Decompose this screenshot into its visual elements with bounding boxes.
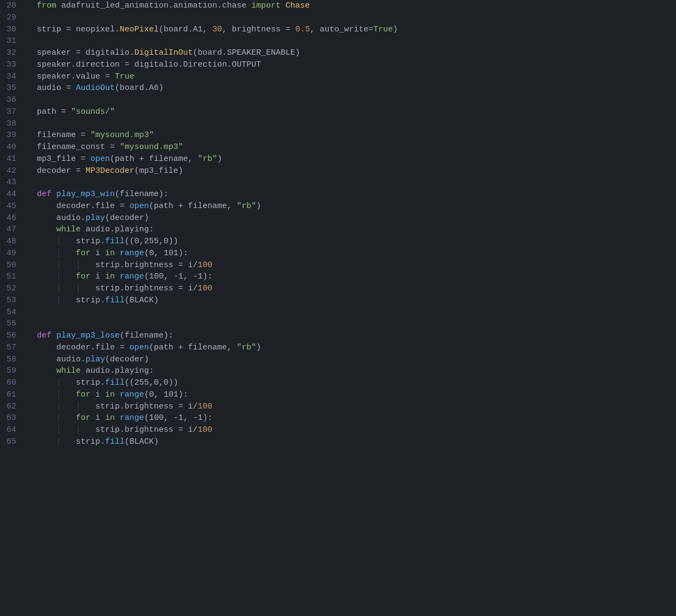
code-line	[37, 177, 676, 189]
code-line	[37, 307, 676, 319]
code-line: while audio.playing:	[37, 224, 676, 236]
line-number: 43	[0, 177, 21, 189]
line-number: 31	[0, 35, 21, 47]
code-editor: 2829303132333435363738394041424344454647…	[0, 0, 676, 448]
code-line: │ │ strip.brightness = i/100	[37, 260, 676, 271]
code-line: │ for i in range(100, -1, -1):	[37, 412, 676, 424]
line-number: 64	[0, 424, 21, 436]
code-line	[37, 12, 676, 24]
line-number: 51	[0, 271, 21, 283]
code-line: filename = "mysound.mp3"	[37, 129, 676, 141]
code-line: │ for i in range(0, 101):	[37, 389, 676, 401]
line-number: 62	[0, 401, 21, 413]
code-line: audio.play(decoder)	[37, 354, 676, 366]
line-number: 35	[0, 82, 21, 94]
code-line: path = "sounds/"	[37, 106, 676, 118]
code-line: speaker.value = True	[37, 71, 676, 83]
line-number: 45	[0, 200, 21, 212]
code-line	[37, 94, 676, 106]
line-number: 56	[0, 330, 21, 342]
code-line: │ strip.fill(BLACK)	[37, 295, 676, 307]
code-line: filename_const = "mysound.mp3"	[37, 141, 676, 153]
code-line: │ │ strip.brightness = i/100	[37, 424, 676, 436]
code-line: │ for i in range(100, -1, -1):	[37, 271, 676, 283]
line-number: 58	[0, 354, 21, 366]
line-number: 29	[0, 12, 21, 24]
code-line: def play_mp3_win(filename):	[37, 189, 676, 200]
code-line: mp3_file = open(path + filename, "rb")	[37, 153, 676, 165]
line-number: 34	[0, 71, 21, 83]
line-number: 32	[0, 47, 21, 59]
line-number: 38	[0, 118, 21, 130]
code-line: │ for i in range(0, 101):	[37, 248, 676, 260]
line-number: 59	[0, 365, 21, 377]
line-number: 53	[0, 295, 21, 307]
line-number: 33	[0, 59, 21, 71]
line-number: 60	[0, 377, 21, 389]
code-line: strip = neopixel.NeoPixel(board.A1, 30, …	[37, 24, 676, 36]
code-line: audio = AudioOut(board.A6)	[37, 82, 676, 94]
line-number: 48	[0, 236, 21, 248]
line-number: 46	[0, 212, 21, 224]
code-line: decoder.file = open(path + filename, "rb…	[37, 200, 676, 212]
code-line: decoder = MP3Decoder(mp3_file)	[37, 165, 676, 177]
code-line: decoder.file = open(path + filename, "rb…	[37, 342, 676, 354]
line-number: 50	[0, 260, 21, 271]
code-line: while audio.playing:	[37, 365, 676, 377]
line-number: 52	[0, 283, 21, 295]
code-content[interactable]: from adafruit_led_animation.animation.ch…	[28, 0, 676, 448]
code-line: │ │ strip.brightness = i/100	[37, 401, 676, 413]
line-number: 55	[0, 318, 21, 330]
code-line	[37, 118, 676, 130]
line-number: 41	[0, 153, 21, 165]
code-line: │ strip.fill((0,255,0))	[37, 236, 676, 248]
line-number: 37	[0, 106, 21, 118]
line-number: 54	[0, 307, 21, 319]
line-number: 39	[0, 129, 21, 141]
code-line: from adafruit_led_animation.animation.ch…	[37, 0, 676, 12]
line-number: 40	[0, 141, 21, 153]
code-line: def play_mp3_lose(filename):	[37, 330, 676, 342]
line-number: 28	[0, 0, 21, 12]
line-number: 61	[0, 389, 21, 401]
line-number: 57	[0, 342, 21, 354]
line-number-gutter: 2829303132333435363738394041424344454647…	[0, 0, 28, 448]
line-number: 49	[0, 248, 21, 260]
line-number: 65	[0, 436, 21, 448]
code-line: speaker.direction = digitalio.Direction.…	[37, 59, 676, 71]
code-line	[37, 35, 676, 47]
line-number: 36	[0, 94, 21, 106]
code-line: │ strip.fill(BLACK)	[37, 436, 676, 448]
line-number: 44	[0, 189, 21, 200]
code-line: audio.play(decoder)	[37, 212, 676, 224]
line-number: 42	[0, 165, 21, 177]
line-number: 63	[0, 412, 21, 424]
code-line: │ │ strip.brightness = i/100	[37, 283, 676, 295]
line-number: 30	[0, 24, 21, 36]
code-line: │ strip.fill((255,0,0))	[37, 377, 676, 389]
line-number: 47	[0, 224, 21, 236]
code-line: speaker = digitalio.DigitalInOut(board.S…	[37, 47, 676, 59]
code-line	[37, 318, 676, 330]
